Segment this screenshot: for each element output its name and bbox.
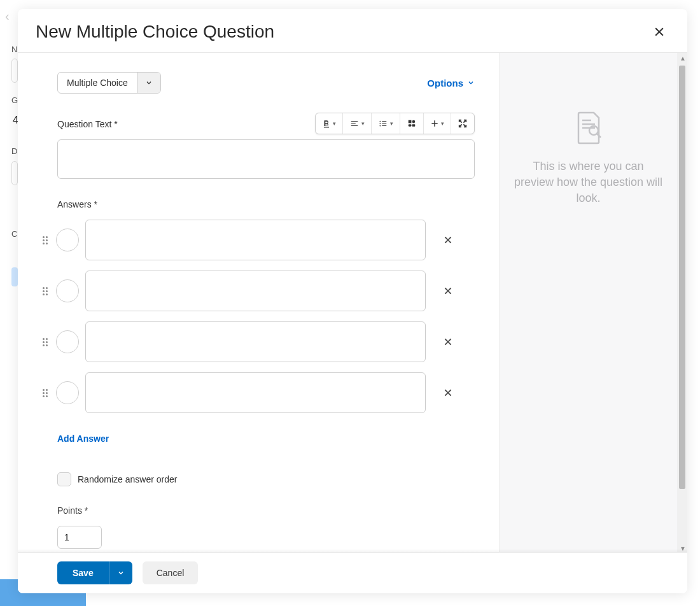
- answer-input[interactable]: [85, 321, 426, 362]
- question-modal: New Multiple Choice Question Multiple Ch…: [18, 9, 687, 593]
- points-input[interactable]: [57, 526, 102, 549]
- bg-input-n: [11, 59, 18, 83]
- scrollbar[interactable]: ▲ ▼: [677, 53, 687, 552]
- top-row: Multiple Choice Options: [57, 72, 475, 94]
- scrollbar-thumb[interactable]: [679, 66, 685, 489]
- remove-answer-button[interactable]: [438, 383, 458, 402]
- chevron-down-icon: ▾: [390, 120, 393, 127]
- close-icon: [443, 286, 453, 296]
- answers-label: Answers *: [57, 199, 475, 209]
- bg-label-c: C: [11, 229, 17, 239]
- answer-row: [41, 220, 475, 260]
- drag-handle-icon[interactable]: [41, 236, 50, 244]
- preview-text: This is where you can preview how the qu…: [512, 159, 664, 207]
- question-text-input[interactable]: [57, 139, 475, 179]
- close-icon: [443, 388, 453, 398]
- remove-answer-button[interactable]: [438, 281, 458, 300]
- list-button[interactable]: ▾: [372, 113, 400, 134]
- randomize-label: Randomize answer order: [78, 474, 177, 484]
- chevron-down-icon: [467, 79, 475, 87]
- add-answer-link[interactable]: Add Answer: [57, 433, 109, 444]
- correct-answer-radio[interactable]: [56, 229, 79, 251]
- close-button[interactable]: [649, 22, 669, 42]
- insert-stuff-icon: [407, 119, 417, 128]
- svg-point-13: [412, 120, 416, 123]
- points-label: Points *: [57, 505, 475, 516]
- randomize-row: Randomize answer order: [57, 472, 475, 486]
- bold-button[interactable]: ▾: [316, 113, 343, 134]
- modal-title: New Multiple Choice Question: [36, 22, 274, 42]
- modal-header: New Multiple Choice Question: [18, 9, 687, 53]
- modal-body: Multiple Choice Options Question Text * …: [18, 53, 687, 552]
- remove-answer-button[interactable]: [438, 332, 458, 351]
- editor-toolbar: ▾ ▾ ▾ ▾: [315, 113, 475, 134]
- svg-point-8: [379, 125, 381, 127]
- correct-answer-radio[interactable]: [56, 330, 79, 353]
- svg-rect-12: [409, 120, 412, 123]
- bg-label-g: G: [11, 95, 18, 105]
- add-button[interactable]: ▾: [424, 113, 451, 134]
- bg-blue-box: [11, 267, 18, 286]
- options-label: Options: [427, 78, 463, 88]
- modal-footer: Save Cancel: [18, 552, 687, 593]
- drag-handle-icon[interactable]: [41, 389, 50, 397]
- chevron-down-icon: ▾: [441, 120, 444, 127]
- answer-row: [41, 271, 475, 311]
- answer-input[interactable]: [85, 271, 426, 311]
- plus-icon: [430, 119, 439, 128]
- question-type-select[interactable]: Multiple Choice: [57, 72, 161, 94]
- insert-stuff-button[interactable]: [400, 113, 424, 134]
- question-type-label: Multiple Choice: [58, 73, 137, 93]
- bg-label-n: N: [11, 45, 17, 54]
- svg-rect-15: [412, 124, 416, 127]
- svg-point-6: [379, 121, 381, 122]
- options-link[interactable]: Options: [427, 78, 475, 88]
- question-text-label: Question Text *: [57, 119, 118, 129]
- bg-input-d: [11, 161, 18, 185]
- close-icon: [443, 235, 453, 245]
- close-icon: [653, 25, 666, 38]
- chevron-down-icon: ▾: [361, 120, 365, 127]
- back-chevron-icon: ‹: [5, 9, 10, 24]
- scroll-up-icon: ▲: [680, 55, 685, 60]
- drag-handle-icon[interactable]: [41, 338, 50, 346]
- chevron-down-icon: [117, 569, 125, 577]
- fullscreen-icon: [458, 118, 468, 129]
- bold-icon: [322, 119, 331, 128]
- answer-row: [41, 321, 475, 362]
- bg-label-d: D: [11, 146, 17, 156]
- cancel-button[interactable]: Cancel: [143, 561, 199, 584]
- randomize-checkbox[interactable]: [57, 472, 71, 486]
- save-button[interactable]: Save: [57, 561, 109, 584]
- preview-panel: This is where you can preview how the qu…: [499, 53, 677, 552]
- answer-input[interactable]: [85, 220, 426, 260]
- points-section: Points *: [57, 505, 475, 549]
- save-dropdown-button[interactable]: [109, 561, 132, 584]
- svg-rect-14: [409, 124, 412, 127]
- align-icon: [349, 119, 360, 128]
- save-button-group: Save: [57, 561, 132, 584]
- preview-icon: [512, 110, 664, 146]
- align-button[interactable]: ▾: [343, 113, 372, 134]
- svg-point-7: [379, 123, 381, 124]
- remove-answer-button[interactable]: [438, 230, 458, 250]
- answer-row: [41, 372, 475, 413]
- list-icon: [378, 119, 388, 128]
- correct-answer-radio[interactable]: [56, 279, 79, 302]
- drag-handle-icon[interactable]: [41, 287, 50, 295]
- question-text-row: Question Text * ▾ ▾ ▾: [57, 113, 475, 134]
- chevron-down-icon: [137, 73, 160, 93]
- chevron-down-icon: ▾: [333, 120, 336, 127]
- answer-input[interactable]: [85, 372, 426, 413]
- close-icon: [443, 337, 453, 347]
- fullscreen-button[interactable]: [451, 113, 474, 134]
- form-area: Multiple Choice Options Question Text * …: [18, 53, 499, 552]
- correct-answer-radio[interactable]: [56, 381, 79, 404]
